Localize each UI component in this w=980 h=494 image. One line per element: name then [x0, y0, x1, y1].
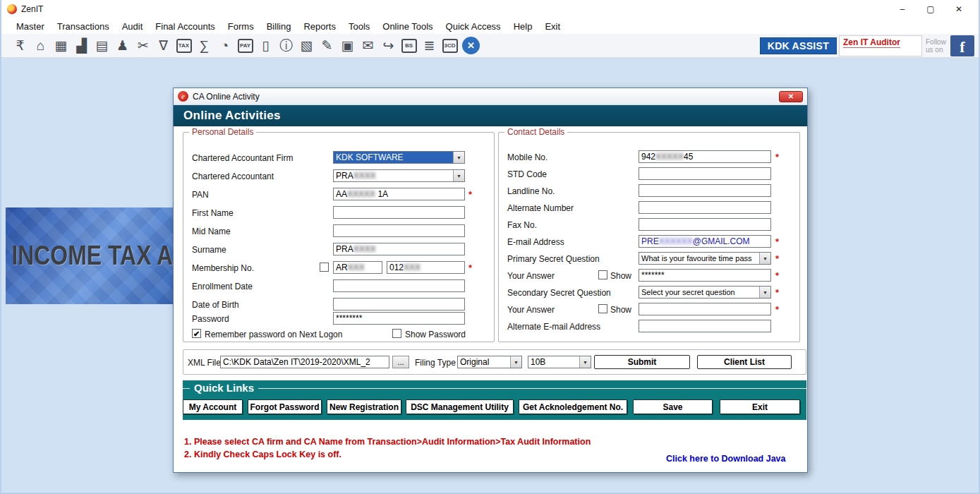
quicklink-save[interactable]: Save [633, 399, 713, 414]
menu-billing[interactable]: Billing [260, 21, 298, 32]
calculator-icon[interactable]: ∑ [194, 36, 214, 56]
menu-exit[interactable]: Exit [538, 21, 567, 32]
alt-email-input[interactable] [639, 320, 771, 332]
chevron-down-icon[interactable]: ▼ [510, 356, 521, 368]
required-asterisk: * [775, 253, 779, 264]
xml-path-input[interactable]: C:\KDK Data\Zen IT\2019-2020\XML_2 [220, 356, 389, 368]
e-payment-icon[interactable]: PAY [235, 36, 255, 56]
quicklink-my-account[interactable]: My Account [183, 399, 243, 414]
window-title: ZenIT [21, 4, 43, 14]
ca-select[interactable]: PRAXXXX ▼ [333, 169, 465, 182]
menu-transactions[interactable]: Transactions [51, 21, 116, 32]
form-3cd-icon[interactable]: 3CD [440, 36, 460, 56]
dob-input[interactable] [333, 298, 465, 311]
submit-button[interactable]: Submit [594, 355, 690, 369]
membership-checkbox[interactable] [320, 263, 329, 272]
ca-firm-select[interactable]: KDK SOFTWARE ▼ [333, 151, 465, 164]
menu-final-accounts[interactable]: Final Accounts [149, 21, 222, 32]
landline-input[interactable] [639, 184, 771, 197]
email-input[interactable]: PREXXXXXX@GMAIL.COM [639, 235, 771, 248]
menu-audit[interactable]: Audit [116, 21, 150, 32]
show-password-checkbox[interactable] [392, 329, 401, 338]
company-info-icon[interactable]: ▦ [51, 36, 71, 56]
browse-button[interactable]: ... [392, 356, 409, 368]
quicklink-exit[interactable]: Exit [720, 399, 800, 414]
download-java-link[interactable]: Click here to Download Java [666, 454, 786, 464]
close-app-icon[interactable]: ✕ [462, 37, 480, 54]
client-master-icon[interactable]: ♟ [112, 36, 133, 56]
membership-input-2[interactable]: 012XXX [387, 261, 465, 274]
abacus-icon[interactable]: ▧ [296, 36, 317, 56]
calendar-icon[interactable]: ▣ [337, 36, 358, 56]
ca-label: Chartered Accountant [192, 171, 274, 182]
balance-sheet-icon[interactable]: BS [399, 36, 419, 56]
quicklink-new-registration[interactable]: New Registration [327, 399, 401, 414]
chevron-down-icon[interactable]: ▼ [759, 287, 770, 298]
alt-number-input[interactable] [639, 201, 771, 214]
menu-reports[interactable]: Reports [297, 21, 342, 32]
menu-forms[interactable]: Forms [222, 21, 260, 32]
quicklink-dsc-management-utility[interactable]: DSC Management Utility [406, 399, 514, 414]
mis-reports-icon[interactable]: ▟ [71, 36, 92, 56]
manufacturing-icon[interactable]: ▤ [92, 36, 112, 56]
required-asterisk: * [468, 263, 472, 273]
surname-input[interactable]: PRAXXXX [333, 243, 465, 255]
tax-computation-icon[interactable]: TAX [174, 36, 194, 56]
pan-input[interactable]: AAXXXXX 1A [333, 188, 465, 200]
alt-number-label: Alternate Number [507, 203, 574, 214]
filter-icon[interactable]: ∇ [153, 36, 174, 56]
xml-file-label: XML File [188, 357, 221, 368]
quicklink-forgot-password[interactable]: Forgot Password [248, 399, 322, 414]
fax-input[interactable] [639, 218, 771, 231]
ca-online-activity-dialog: e CA Online Activity ✕ Online Activities… [173, 88, 808, 473]
chevron-down-icon[interactable]: ▼ [453, 152, 464, 163]
menu-tools[interactable]: Tools [342, 21, 376, 32]
rupee-challan-icon[interactable]: ₹ [10, 36, 30, 56]
menu-online-tools[interactable]: Online Tools [376, 21, 439, 32]
first-name-input[interactable] [333, 206, 465, 219]
data-entry-icon[interactable]: ✎ [317, 36, 337, 56]
dialog-close-button[interactable]: ✕ [779, 91, 803, 102]
show-answer1-checkbox[interactable] [598, 270, 607, 279]
remember-password-checkbox[interactable]: ✔ [192, 329, 201, 338]
membership-input-1[interactable]: ARXXX [333, 261, 382, 274]
zen-it-auditor-tab[interactable]: Zen IT Auditor [839, 35, 922, 56]
logout-icon[interactable]: ↪ [378, 36, 399, 56]
feedback-icon[interactable]: ✉ [358, 36, 378, 56]
info-icon[interactable]: ⓘ [276, 36, 296, 56]
form-type-select[interactable]: 10B ▼ [528, 356, 591, 368]
quicklink-get-acknoledgement-no-[interactable]: Get Acknoledgement No. [519, 399, 627, 414]
menu-quick-access[interactable]: Quick Access [440, 21, 507, 32]
menu-master[interactable]: Master [10, 21, 51, 32]
required-asterisk: * [468, 189, 472, 200]
secondary-question-select[interactable]: Select your secret question ▼ [639, 286, 771, 299]
primary-question-select[interactable]: What is your favourite time pass ▼ [639, 252, 771, 265]
chevron-down-icon[interactable]: ▼ [453, 170, 464, 181]
tools-icon[interactable]: ✂ [133, 36, 153, 56]
app-logo-icon [7, 4, 17, 14]
chevron-down-icon[interactable]: ▼ [579, 356, 591, 368]
answer2-input[interactable] [639, 303, 771, 315]
zen-it-auditor-label: Zen IT Auditor [843, 37, 900, 48]
pie-summary-icon[interactable]: ◔ [214, 36, 235, 56]
bank-icon[interactable]: ≣ [419, 36, 440, 56]
filing-type-select[interactable]: Original ▼ [457, 356, 522, 368]
password-input[interactable]: ******** [333, 312, 465, 325]
close-button[interactable]: ✕ [945, 4, 973, 14]
minimize-button[interactable]: – [888, 4, 917, 14]
client-list-button[interactable]: Client List [697, 355, 792, 369]
answer1-input[interactable]: ******* [639, 269, 771, 282]
home-icon[interactable]: ⌂ [30, 36, 51, 56]
maximize-button[interactable]: ▢ [917, 4, 945, 14]
document-icon[interactable]: ▯ [255, 36, 276, 56]
std-input[interactable] [639, 167, 771, 180]
kdk-assist-button[interactable]: KDK ASSIST [760, 37, 837, 54]
enrollment-input[interactable] [333, 279, 465, 292]
show-answer2-checkbox[interactable] [598, 304, 607, 313]
menu-help[interactable]: Help [507, 21, 539, 32]
mobile-input[interactable]: 942XXXXX45 [639, 150, 771, 163]
mid-name-input[interactable] [333, 224, 465, 237]
chevron-down-icon[interactable]: ▼ [759, 253, 770, 264]
facebook-icon[interactable]: f [950, 35, 974, 56]
contact-details-group: Contact Details Mobile No. 942XXXXX45 * … [498, 132, 800, 342]
